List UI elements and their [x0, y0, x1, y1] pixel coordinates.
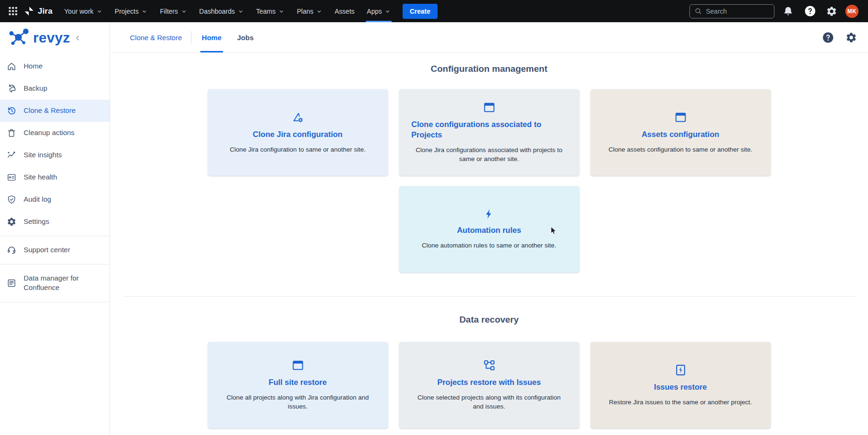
card-title: Assets configuration [642, 129, 719, 140]
sidebar-nav: Home Backup Clone & Restore Cleanup acti… [0, 50, 110, 305]
sidebar-item-site-insights[interactable]: Site insights [0, 144, 110, 166]
revyz-logo-text: revyz [33, 31, 70, 45]
revyz-molecule-icon [8, 27, 32, 49]
settings-button[interactable] [824, 3, 840, 19]
settings-button[interactable] [844, 31, 858, 44]
nav-teams[interactable]: Teams [250, 0, 291, 22]
sidebar-item-site-health[interactable]: Site health [0, 166, 110, 188]
sidebar-item-settings[interactable]: Settings [0, 211, 110, 233]
config-tool-icon [292, 111, 304, 124]
nav-assets[interactable]: Assets [328, 0, 361, 22]
card-full-site-restore[interactable]: Full site restore Clone all projects alo… [208, 342, 388, 428]
card-issues-restore[interactable]: Issues restore Restore Jira issues to th… [591, 342, 771, 428]
nav-label: Assets [335, 8, 354, 15]
main-content: Clone & Restore Home Jobs Configuration … [110, 22, 868, 435]
nav-label: Dashboards [199, 8, 235, 15]
nav-filters[interactable]: Filters [154, 0, 193, 22]
card-row: Automation rules Clone automation rules … [123, 186, 855, 273]
sidebar-item-support-center[interactable]: Support center [0, 239, 110, 261]
sidebar-item-home[interactable]: Home [0, 55, 110, 77]
search-box[interactable] [689, 4, 774, 18]
search-icon [694, 7, 702, 15]
vertical-divider [191, 31, 191, 43]
grid-icon [7, 5, 19, 17]
sidebar-item-label: Clone & Restore [24, 106, 76, 115]
sidebar-item-audit-log[interactable]: Audit log [0, 188, 110, 211]
card-description: Restore Jira issues to the same or anoth… [609, 398, 752, 407]
sidebar-item-backup[interactable]: Backup [0, 77, 110, 100]
nav-label: Your work [64, 8, 94, 15]
health-card-icon [7, 172, 17, 182]
nav-dashboards[interactable]: Dashboards [193, 0, 250, 22]
nav-plans[interactable]: Plans [291, 0, 328, 22]
trash-icon [7, 128, 17, 138]
sidebar-item-label: Cleanup actions [24, 128, 75, 137]
sidebar-item-label: Data manager for Confluence [24, 273, 95, 293]
user-avatar[interactable]: MK [845, 5, 859, 18]
card-title: Full site restore [269, 377, 327, 388]
card-title: Projects restore with Issues [437, 377, 541, 388]
chevron-down-icon [238, 9, 244, 15]
lightning-bolt-icon [483, 208, 495, 220]
card-clone-configurations-projects[interactable]: Clone configurations associated to Proje… [399, 89, 579, 176]
card-clone-jira-configuration[interactable]: Clone Jira configuration Clone Jira conf… [208, 89, 388, 176]
primary-nav: Your work Projects Filters Dashboards Te… [58, 0, 397, 22]
content-body: Configuration management Clone Jira conf… [110, 52, 868, 435]
nav-projects[interactable]: Projects [109, 0, 154, 22]
content-header: Clone & Restore Home Jobs [110, 22, 868, 52]
create-button[interactable]: Create [403, 4, 438, 19]
chevron-down-icon [385, 9, 391, 15]
card-title: Issues restore [654, 382, 707, 392]
sidebar-item-label: Audit log [24, 195, 51, 204]
sidebar-item-data-manager-confluence[interactable]: Data manager for Confluence [0, 267, 110, 299]
card-description: Clone assets configuration to same or an… [609, 145, 753, 154]
card-description: Clone all projects along with Jira confi… [220, 393, 376, 411]
chart-sparkle-icon [7, 150, 17, 160]
shield-check-icon [7, 195, 17, 205]
sidebar-collapse-button[interactable] [74, 32, 85, 43]
card-description: Clone selected projects along with its c… [412, 393, 567, 411]
sidebar-item-label: Site insights [24, 150, 62, 160]
sidebar-item-label: Site health [24, 172, 57, 182]
card-title: Clone configurations associated to Proje… [412, 119, 567, 140]
sitemap-icon [483, 359, 496, 372]
browser-window-icon [292, 359, 304, 372]
jira-logo[interactable]: Jira [22, 6, 57, 17]
card-description: Clone Jira configuration to same or anot… [230, 145, 365, 154]
sidebar-item-label: Settings [24, 217, 49, 226]
sidebar-item-cleanup-actions[interactable]: Cleanup actions [0, 122, 110, 144]
card-automation-rules[interactable]: Automation rules Clone automation rules … [399, 186, 579, 273]
chevron-down-icon [316, 9, 322, 15]
help-button[interactable] [802, 3, 818, 19]
card-title: Clone Jira configuration [253, 129, 343, 140]
browser-window-icon [674, 111, 687, 124]
divider [0, 302, 110, 302]
gear-icon [7, 217, 17, 227]
sidebar-item-clone-restore[interactable]: Clone & Restore [0, 100, 110, 122]
nav-apps[interactable]: Apps [361, 0, 397, 22]
sidebar-item-label: Home [24, 61, 43, 71]
chevron-down-icon [141, 9, 147, 15]
product-name: Jira [38, 7, 52, 16]
bell-icon [782, 6, 794, 17]
document-icon [7, 278, 17, 288]
mouse-cursor-pointer [549, 225, 559, 236]
history-restore-icon [7, 106, 17, 116]
breadcrumb-app-title[interactable]: Clone & Restore [130, 34, 182, 42]
nav-your-work[interactable]: Your work [58, 0, 109, 22]
app-switcher-button[interactable] [5, 3, 21, 19]
tab-home[interactable]: Home [200, 22, 223, 52]
chevron-down-icon [96, 9, 103, 15]
divider [0, 236, 110, 236]
card-row: Clone Jira configuration Clone Jira conf… [123, 89, 855, 176]
section-title-configuration-management: Configuration management [123, 64, 855, 74]
card-row: Full site restore Clone all projects alo… [123, 342, 855, 428]
card-assets-configuration[interactable]: Assets configuration Clone assets config… [591, 89, 771, 176]
notifications-button[interactable] [780, 3, 796, 19]
search-input[interactable] [706, 8, 770, 15]
tab-jobs[interactable]: Jobs [236, 22, 255, 52]
topbar-right-cluster: MK [689, 3, 859, 19]
help-button[interactable] [821, 31, 834, 44]
card-projects-restore-with-issues[interactable]: Projects restore with Issues Clone selec… [399, 342, 579, 428]
chevron-down-icon [278, 9, 284, 15]
